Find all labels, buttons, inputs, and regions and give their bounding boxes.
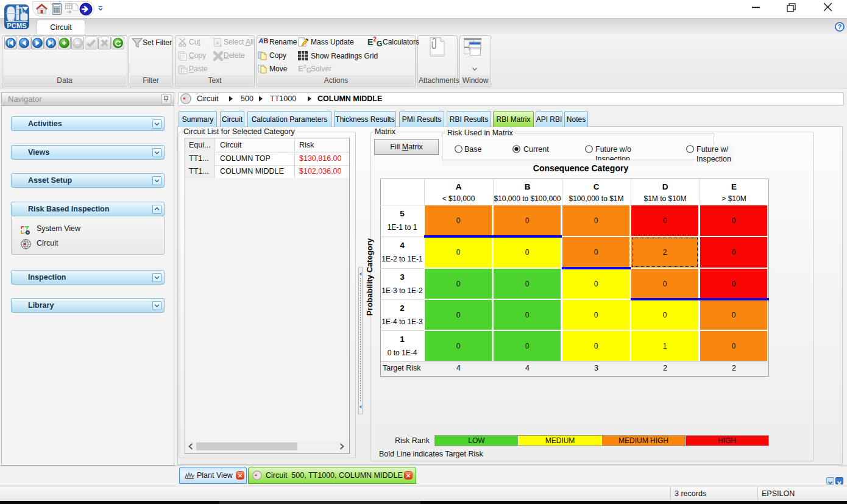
svg-text:?: ? bbox=[838, 23, 842, 30]
svg-text:PCMS: PCMS bbox=[7, 22, 27, 29]
svg-text:A: A bbox=[216, 40, 219, 46]
